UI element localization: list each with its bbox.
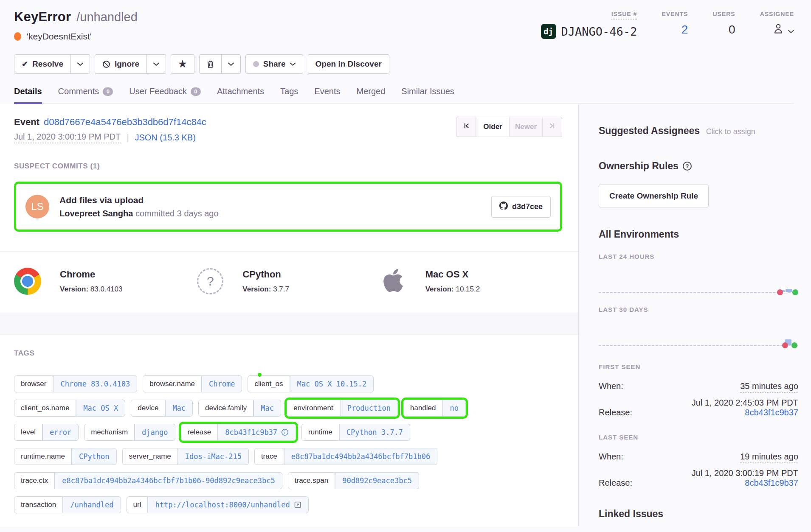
issue-short-id: DJANGO-46-2: [561, 25, 637, 38]
stat-users: USERS 0: [712, 10, 735, 39]
first-seen-release-link[interactable]: 8cb43f1c9b37: [745, 408, 798, 417]
chevron-down-icon: [153, 62, 159, 66]
resolve-button[interactable]: ✔ Resolve: [14, 54, 71, 74]
when-label: When:: [599, 381, 623, 391]
tag-value[interactable]: Mac OS X: [76, 400, 125, 417]
section-divider: [0, 313, 578, 335]
tab-events[interactable]: Events: [314, 87, 340, 104]
tag-value[interactable]: e8c87ba1dc494bb2a4346bcfbf7b1b06-90d892c…: [55, 472, 282, 489]
resolve-dropdown-button[interactable]: [71, 54, 90, 74]
share-button[interactable]: Share: [245, 54, 303, 74]
tag-value[interactable]: http://localhost:8000/unhandled: [148, 496, 308, 513]
external-link-icon[interactable]: [294, 501, 301, 509]
create-ownership-rule-button[interactable]: Create Ownership Rule: [599, 185, 709, 207]
when-label: When:: [599, 452, 623, 462]
tag-mechanism: mechanism django: [84, 424, 175, 441]
tab-details[interactable]: Details: [14, 87, 42, 104]
tag-value[interactable]: Mac: [165, 400, 193, 417]
tag-value[interactable]: CPython: [72, 448, 117, 465]
tag-runtime.name: runtime.name CPython: [14, 448, 117, 465]
last-seen-block: When: 19 minutes ago Jul 1, 2020 3:00:19…: [599, 452, 798, 488]
commit-sha: d3d7cee: [512, 202, 543, 211]
ignore-button[interactable]: Ignore: [95, 54, 147, 74]
info-icon[interactable]: [281, 428, 289, 436]
tag-row: client_os.name Mac OS X device Mac: [14, 400, 562, 417]
tag-value[interactable]: Production: [340, 400, 398, 417]
ignore-dropdown-button[interactable]: [147, 54, 166, 74]
tag-value[interactable]: Mac: [253, 400, 281, 417]
issue-culprit: 'keyDoesntExist': [27, 31, 92, 42]
tab-merged[interactable]: Merged: [357, 87, 386, 104]
delete-button[interactable]: [199, 54, 222, 74]
bookmark-button[interactable]: ★: [171, 54, 194, 74]
tag-key: transaction: [14, 496, 63, 513]
last-seen-release-link[interactable]: 8cb43f1c9b37: [745, 478, 798, 488]
tab-similar-issues[interactable]: Similar Issues: [401, 87, 454, 104]
chevron-down-icon: [788, 23, 794, 36]
tag-key: runtime: [301, 424, 339, 441]
tag-client_os.name: client_os.name Mac OS X: [14, 400, 125, 417]
tag-key: runtime.name: [14, 448, 72, 465]
tag-value[interactable]: CPython 3.7.7: [339, 424, 410, 441]
skip-to-latest-button[interactable]: [542, 117, 562, 137]
tag-key: trace.ctx: [14, 472, 55, 489]
events-count[interactable]: 2: [662, 22, 688, 37]
tag-environment: environment Production: [287, 400, 398, 417]
users-count[interactable]: 0: [712, 22, 735, 37]
tag-value[interactable]: 90d892c9eace3bc5: [335, 472, 419, 489]
event-contexts: Chrome Version: 83.0.4103 ? CPython Vers…: [0, 251, 578, 312]
event-pagination: Older Newer: [456, 117, 562, 137]
commit-sha-button[interactable]: d3d7cee: [491, 196, 551, 218]
event-id-link[interactable]: d08d7667e4a5476eb3b3db6d7f14c84c: [44, 117, 206, 127]
tag-row: browser Chrome 83.0.4103 browser.name Ch…: [14, 375, 562, 392]
assignee-dropdown[interactable]: [760, 22, 794, 37]
event-json-link[interactable]: JSON (15.3 KB): [135, 133, 195, 143]
newer-event-button[interactable]: Newer: [509, 117, 542, 137]
commit-time: committed 3 days ago: [133, 209, 218, 218]
tab-attachments[interactable]: Attachments: [217, 87, 264, 104]
tag-device: device Mac: [131, 400, 193, 417]
suspect-commits-heading: SUSPECT COMMITS (1): [14, 162, 562, 171]
tag-value[interactable]: Mac OS X 10.15.2: [290, 375, 374, 392]
issue-header: KeyError /unhandled 'keyDoesntExist' ISS…: [0, 0, 811, 104]
last-30-days-label: LAST 30 DAYS: [599, 306, 798, 313]
chevron-down-icon: [228, 62, 234, 66]
tag-trace.span: trace.span 90d892c9eace3bc5: [288, 472, 419, 489]
delete-dropdown-button[interactable]: [222, 54, 241, 74]
tag-value[interactable]: 8cb43f1c9b37: [218, 424, 296, 441]
issue-title-line: KeyError /unhandled: [14, 9, 138, 25]
event-bar: [786, 289, 792, 292]
tag-value[interactable]: no: [443, 400, 466, 417]
tag-value[interactable]: Idos-iMac-215: [178, 448, 249, 465]
tag-value[interactable]: Chrome 83.0.4103: [53, 375, 137, 392]
tab-tags[interactable]: Tags: [280, 87, 298, 104]
context-version: 10.15.2: [456, 285, 480, 293]
oldest-event-button[interactable]: [456, 117, 476, 137]
stat-events: EVENTS 2: [662, 10, 688, 39]
tab-comments[interactable]: Comments 0: [58, 87, 113, 104]
commit-author: Lovepreet Sangha: [59, 209, 133, 218]
event-label: Event: [14, 117, 39, 127]
events-sparkline-30d[interactable]: [599, 313, 798, 346]
tab-user-feedback[interactable]: User Feedback 0: [129, 87, 201, 104]
tag-key: handled: [403, 400, 443, 417]
tags-heading: TAGS: [14, 349, 562, 358]
tag-value[interactable]: Chrome: [202, 375, 242, 392]
events-sparkline-24h[interactable]: [599, 260, 798, 293]
tag-value[interactable]: /unhandled: [63, 496, 121, 513]
open-in-discover-button[interactable]: Open in Discover: [308, 54, 389, 74]
last-seen-label: LAST SEEN: [599, 434, 798, 441]
tag-value[interactable]: django: [135, 424, 175, 441]
chevron-down-icon: [77, 62, 83, 66]
tag-level: level error: [14, 424, 79, 441]
first-seen-absolute: Jul 1, 2020 2:45:03 PM PDT: [599, 398, 798, 408]
help-icon[interactable]: ?: [683, 162, 692, 171]
tag-value[interactable]: error: [42, 424, 79, 441]
context-name: Mac OS X: [425, 269, 480, 280]
tag-client_os: client_os Mac OS X 10.15.2: [248, 375, 374, 392]
tag-row: transaction /unhandled url http://localh…: [14, 496, 562, 513]
older-event-button[interactable]: Older: [476, 117, 509, 137]
tag-value[interactable]: e8c87ba1dc494bb2a4346bcfbf7b1b06: [284, 448, 438, 465]
environments-title: All Environments: [599, 229, 798, 240]
commit-author-avatar: LS: [25, 195, 49, 218]
